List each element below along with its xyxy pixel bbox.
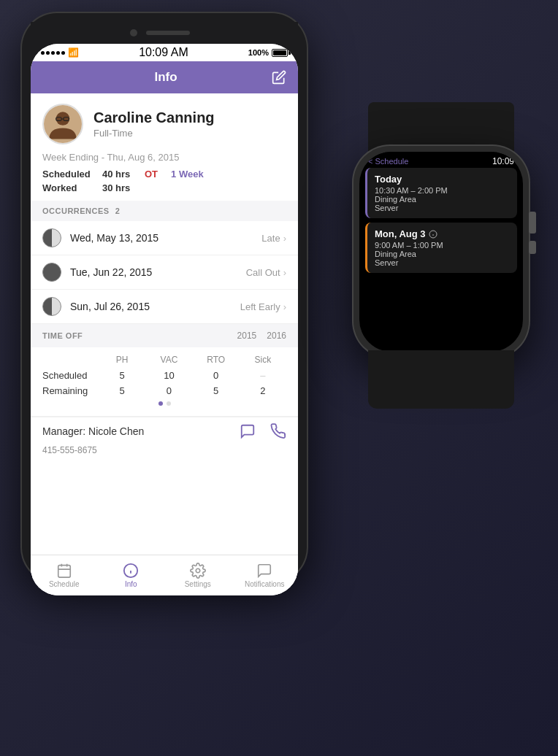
profile-row: Caroline Canning Full-Time [42,104,286,144]
notifications-icon [256,563,272,579]
watch-crown-2 [529,241,536,254]
watch-back-button[interactable]: < Schedule [368,157,408,166]
sched-rto: 0 [193,370,240,381]
dot-active [158,401,163,406]
rem-rto: 5 [193,385,240,396]
worked-row: Worked 30 hrs [42,182,286,193]
status-bar: 📶 10:09 AM 100% [31,44,298,61]
watch-card-today[interactable]: Today 10:30 AM – 2:00 PM Dining Area Ser… [365,168,517,218]
phone-body: 📶 10:09 AM 100% Info [22,13,307,582]
watch-device: < Schedule 10:09 Today 10:30 AM – 2:00 P… [353,146,529,358]
watch-status-bar: < Schedule 10:09 [359,152,523,168]
occurrence-item-2[interactable]: Tue, Jun 22, 2015 Call Out › [31,255,298,290]
tab-notifications[interactable]: Notifications [232,563,299,588]
time-off-table: PH VAC RTO Sick Scheduled 5 10 0 – Remai… [31,347,298,416]
dot-inactive [167,401,171,406]
battery-percent: 100% [248,48,269,57]
week-value: 1 Week [171,169,204,180]
occurrence-type-2: Call Out [246,267,280,278]
occurrence-type-1: Late [261,233,280,244]
col-vac: VAC [145,355,192,365]
table-header: PH VAC RTO Sick [42,352,286,368]
occurrence-item-3[interactable]: Sun, Jul 26, 2015 Left Early › [31,290,298,324]
scheduled-row: Scheduled 40 hrs OT 1 Week [42,169,286,180]
occurrence-type-3: Left Early [240,301,280,312]
col-sick: Sick [240,355,286,365]
worked-value: 30 hrs [102,182,134,193]
worked-label: Worked [42,182,92,193]
time-off-header: TIME OFF 2015 2016 [31,324,298,347]
svg-rect-5 [58,566,71,578]
wifi-icon: 📶 [68,47,79,58]
profile-section: Caroline Canning Full-Time Week Ending -… [31,93,298,201]
tab-info-label: Info [125,580,137,588]
year-2016: 2016 [267,331,286,341]
chevron-icon-1: › [283,233,286,244]
avatar [42,104,83,144]
occurrences-title: OCCURRENCES [42,207,110,215]
signal-dots [41,51,65,55]
phone-device: 📶 10:09 AM 100% Info [22,13,307,582]
watch-card-location-1: Dining Area [375,195,510,204]
tab-info[interactable]: Info [98,563,165,588]
info-badge-icon [429,230,437,239]
manager-icons [240,423,286,439]
chevron-icon-3: › [283,301,286,312]
phone-number: 415-555-8675 [31,445,298,458]
watch-card-date-2: Mon, Aug 3 [375,228,426,239]
watch-card-mon[interactable]: Mon, Aug 3 9:00 AM – 1:00 PM Dining Area… [365,223,517,273]
status-left: 📶 [41,47,79,58]
edit-icon[interactable] [272,70,286,85]
watch-card-location-2: Dining Area [375,250,510,258]
watch-screen: < Schedule 10:09 Today 10:30 AM – 2:00 P… [359,152,523,352]
watch-card-role-2: Server [375,258,510,267]
phone-screen: 📶 10:09 AM 100% Info [31,44,298,595]
sched-vac: 10 [145,370,192,381]
rem-vac: 0 [145,385,192,396]
ot-label: OT [145,169,158,180]
avatar-image [44,104,82,144]
watch-card-title-1: Today [375,174,510,185]
profile-info: Caroline Canning Full-Time [93,109,215,139]
rem-ph: 5 [99,385,145,396]
rem-sick: 2 [240,385,286,396]
full-circle-icon-2 [42,263,61,282]
watch-content: Today 10:30 AM – 2:00 PM Dining Area Ser… [359,168,523,352]
sched-sick: – [240,370,286,381]
remaining-data-row: Remaining 5 0 5 2 [42,383,286,398]
battery-icon [272,49,288,57]
watch-card-title-2: Mon, Aug 3 [375,228,510,239]
tab-settings[interactable]: Settings [164,563,232,588]
manager-row: Manager: Nicole Chen [31,417,298,445]
profile-name: Caroline Canning [93,109,215,126]
remaining-row-label: Remaining [42,385,99,396]
message-icon[interactable] [240,423,256,439]
watch-time: 10:09 [492,156,514,166]
page-title: Info [154,70,177,85]
chevron-icon-2: › [283,267,286,278]
phone-speaker [146,31,190,35]
svg-point-12 [196,568,200,573]
pagination-dots [42,398,286,409]
phone-call-icon[interactable] [270,423,286,439]
tab-settings-label: Settings [185,580,211,588]
watch-card-role-1: Server [375,204,510,212]
nav-bar: Info [31,61,298,93]
occurrence-date-1: Wed, May 13, 2015 [70,232,261,244]
tab-bar: Schedule Info [31,555,298,595]
occurrence-item-1[interactable]: Wed, May 13, 2015 Late › [31,221,298,255]
occurrence-date-3: Sun, Jul 26, 2015 [70,301,240,312]
scheduled-label: Scheduled [42,169,92,180]
scheduled-data-row: Scheduled 5 10 0 – [42,368,286,383]
settings-icon [190,563,206,579]
occurrences-header: OCCURRENCES 2 [31,201,298,221]
tab-notifications-label: Notifications [245,580,284,588]
phone-top-bar [31,22,298,44]
tab-schedule[interactable]: Schedule [31,563,98,588]
watch-crown [529,212,536,234]
manager-name: Manager: Nicole Chen [42,425,240,437]
time-off-title: TIME OFF [42,331,83,340]
scheduled-value: 40 hrs [102,169,134,180]
occurrence-date-2: Tue, Jun 22, 2015 [70,266,246,278]
profile-type: Full-Time [93,128,215,139]
